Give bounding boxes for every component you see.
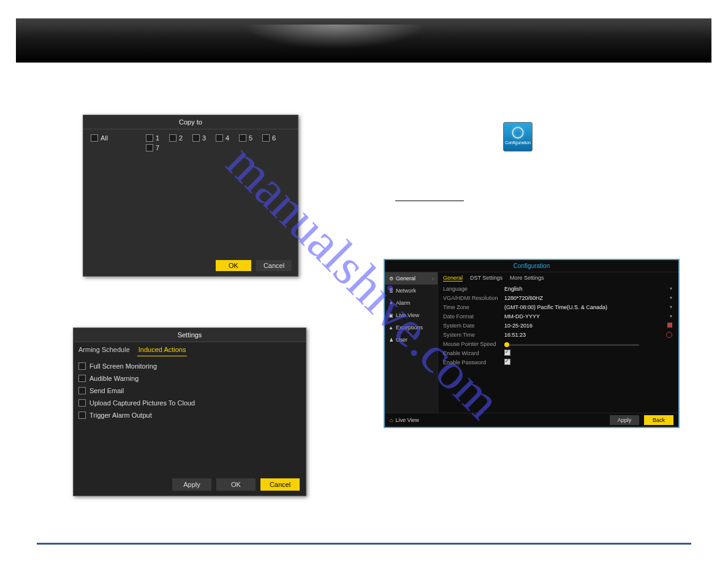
copy-item-label: 1 [156, 134, 159, 142]
date-format-select[interactable]: MM-DD-YYYY▾ [504, 313, 673, 320]
date-format-label: Date Format [443, 313, 504, 320]
apply-button[interactable]: Apply [610, 415, 639, 425]
sidebar-item-alarm[interactable]: ✦Alarm [385, 297, 438, 309]
copy-item-7[interactable]: 7 [146, 144, 169, 151]
checkbox-icon[interactable] [78, 399, 86, 407]
copy-item-1[interactable]: 1 [146, 134, 169, 142]
horizontal-rule [395, 201, 464, 201]
sidebar-item-label: Exceptions [396, 324, 423, 331]
sidebar-item-label: User [396, 337, 408, 343]
chevron-down-icon: ▾ [670, 295, 672, 301]
chevron-down-icon: ▾ [670, 304, 672, 310]
copy-item-4[interactable]: 4 [216, 134, 239, 142]
sidebar-item-general[interactable]: ⚙General› [385, 272, 438, 285]
language-select[interactable]: English▾ [504, 286, 673, 292]
resolution-select[interactable]: 1280*720/60HZ▾ [504, 295, 673, 301]
option-trigger-alarm[interactable]: Trigger Alarm Output [78, 409, 301, 421]
copy-item-6[interactable]: 6 [262, 134, 286, 142]
alarm-icon: ✦ [389, 301, 393, 306]
network-icon: ≣ [389, 288, 393, 294]
tab-arming-schedule[interactable]: Arming Schedule [77, 343, 131, 356]
option-full-screen-monitoring[interactable]: Full Screen Monitoring [78, 360, 301, 372]
cancel-button[interactable]: Cancel [256, 260, 292, 271]
checkbox-icon[interactable] [216, 134, 223, 142]
copy-item-all[interactable]: All [91, 134, 146, 142]
apply-button[interactable]: Apply [172, 478, 211, 491]
tab-more-settings[interactable]: More Settings [510, 275, 544, 282]
checkbox-icon[interactable] [239, 134, 246, 142]
back-button[interactable]: Back [644, 415, 673, 425]
option-upload-cloud[interactable]: Upload Captured Pictures To Cloud [78, 397, 301, 409]
clock-icon[interactable] [666, 332, 672, 338]
option-audible-warning[interactable]: Audible Warning [78, 372, 301, 385]
checkbox-icon[interactable] [146, 134, 153, 142]
system-date-input[interactable]: 10-25-2016 [504, 323, 673, 329]
live-view-icon: ▣ [389, 313, 393, 318]
home-icon: ⌂ [390, 417, 393, 423]
configuration-window: Configuration ⚙General› ≣Network ✦Alarm … [384, 259, 680, 428]
sidebar-item-exceptions[interactable]: ▲Exceptions [385, 321, 438, 334]
chevron-down-icon: ▾ [670, 313, 672, 319]
checkbox-icon[interactable] [78, 375, 86, 382]
gear-icon: ⚙ [389, 276, 393, 282]
checkbox-icon[interactable] [91, 134, 98, 142]
calendar-icon[interactable] [667, 323, 672, 327]
option-label: Full Screen Monitoring [89, 362, 157, 370]
system-time-label: System Time [443, 332, 504, 338]
option-label: Send Email [89, 387, 124, 394]
copy-item-3[interactable]: 3 [192, 134, 216, 142]
enable-wizard-checkbox[interactable] [504, 350, 510, 356]
sidebar-item-user[interactable]: ♟User [385, 334, 438, 346]
copy-item-label: 2 [179, 134, 183, 142]
language-label: Language [443, 286, 504, 292]
checkbox-icon[interactable] [169, 134, 176, 142]
option-label: Audible Warning [89, 375, 138, 382]
settings-title: Settings [74, 328, 306, 342]
user-icon: ♟ [389, 337, 393, 343]
mouse-speed-label: Mouse Pointer Speed [443, 341, 504, 347]
enable-wizard-label: Enable Wizard [443, 350, 504, 356]
configuration-desktop-icon[interactable]: ◯ Configuration [503, 122, 533, 151]
sidebar-item-label: General [396, 275, 415, 282]
slider-thumb[interactable] [504, 342, 509, 347]
tab-induced-actions[interactable]: Induced Actions [137, 343, 188, 356]
checkbox-icon[interactable] [146, 144, 153, 151]
tab-dst-settings[interactable]: DST Settings [470, 275, 502, 282]
live-view-button[interactable]: ⌂ Live View [390, 417, 419, 423]
checkbox-icon[interactable] [78, 362, 86, 370]
ok-button[interactable]: OK [216, 478, 256, 491]
copy-item-label: 5 [249, 134, 252, 142]
copy-item-label: 6 [272, 134, 276, 142]
sidebar-item-label: Alarm [396, 300, 411, 306]
sidebar-item-network[interactable]: ≣Network [385, 285, 438, 297]
enable-password-checkbox[interactable] [504, 359, 510, 365]
cancel-button[interactable]: Cancel [260, 478, 300, 491]
configuration-sidebar: ⚙General› ≣Network ✦Alarm ▣Live View ▲Ex… [385, 272, 438, 415]
option-label: Upload Captured Pictures To Cloud [89, 399, 195, 407]
sidebar-item-label: Live View [396, 312, 419, 318]
configuration-window-title: Configuration [385, 260, 678, 272]
sidebar-item-live-view[interactable]: ▣Live View [385, 309, 438, 321]
copy-item-5[interactable]: 5 [239, 134, 262, 142]
system-time-input[interactable]: 16:51:23 [504, 332, 673, 338]
copy-item-2[interactable]: 2 [169, 134, 192, 142]
option-send-email[interactable]: Send Email [78, 385, 301, 397]
top-banner [16, 18, 711, 63]
checkbox-icon[interactable] [78, 387, 86, 394]
copy-item-label: All [100, 134, 108, 142]
gear-icon: ◯ [510, 124, 526, 140]
tab-general[interactable]: General [443, 275, 463, 282]
checkbox-icon[interactable] [192, 134, 200, 142]
chevron-down-icon: ▾ [670, 286, 672, 291]
copy-item-label: 7 [156, 144, 159, 151]
ok-button[interactable]: OK [216, 260, 251, 271]
mouse-speed-slider[interactable] [504, 342, 673, 346]
checkbox-icon[interactable] [262, 134, 270, 142]
page-divider [37, 543, 691, 545]
system-date-label: System Date [443, 323, 504, 329]
timezone-select[interactable]: (GMT-08:00) Pacific Time(U.S. & Canada)▾ [504, 304, 673, 310]
sidebar-item-label: Network [396, 288, 416, 294]
checkbox-icon[interactable] [78, 412, 86, 419]
copy-item-label: 3 [202, 134, 206, 142]
option-label: Trigger Alarm Output [89, 412, 152, 419]
